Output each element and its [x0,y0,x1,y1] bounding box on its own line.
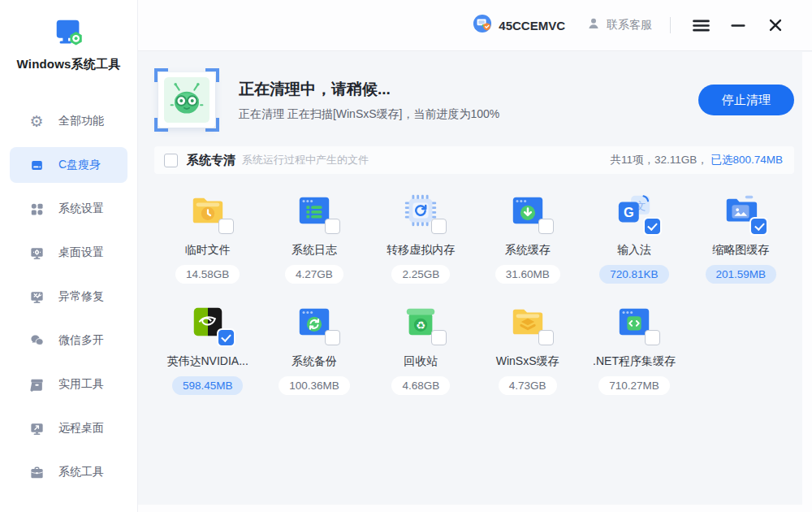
sidebar-item-label: 全部功能 [58,114,104,128]
stop-cleaning-button[interactable]: 停止清理 [698,85,794,115]
cleanup-item[interactable]: .NET程序集缓存 710.27MB [581,297,687,395]
sidebar-item-2[interactable]: 系统设置 [10,191,127,227]
sidebar-item-6[interactable]: 实用工具 [10,367,127,402]
sidebar-item-icon [28,375,45,393]
sidebar-item-icon [28,156,45,174]
cleanup-item-name: 转移虚拟内存 [368,243,474,258]
sidebar-nav: ⚙ 全部功能 C盘瘦身 系统设置 桌面设置 异常修复 微信多开 实用工具 远程桌… [0,103,137,490]
cleanup-item-checkbox[interactable] [431,219,447,234]
sidebar-item-4[interactable]: 异常修复 [10,279,127,315]
sidebar-item-label: 微信多开 [58,333,104,348]
menu-button[interactable] [689,13,713,37]
section-stats: 共11项，32.11GB， 已选800.74MB [610,153,783,167]
svg-text:♻: ♻ [416,319,425,332]
select-all-checkbox[interactable] [164,154,178,167]
sidebar-item-icon [28,419,45,437]
app-logo: Windows系统工具 [0,0,137,72]
cleanup-item-checkbox[interactable] [538,330,554,345]
contact-support-button[interactable]: 联系客服 [586,16,652,34]
sidebar-item-icon [28,463,45,481]
cleanup-item-checkbox[interactable] [218,219,234,234]
cleanup-item-checkbox[interactable] [538,219,554,234]
cleanup-item-size: 4.73GB [499,376,557,395]
sidebar-item-7[interactable]: 远程桌面 [10,410,127,446]
cleanup-item-name: 回收站 [368,354,474,369]
content: 正在清理中，请稍候... 正在清理 正在扫描[WinSxS缓存]，当前进度为10… [138,51,812,512]
app-title: Windows系统工具 [0,57,137,72]
cleanup-item[interactable]: 文G 输入法 720.81KB [581,185,687,284]
cleanup-item[interactable]: 英伟达NVIDIA... 598.45MB [154,297,261,395]
cleanup-item-name: 系统备份 [261,354,367,369]
cleanup-item[interactable]: 系统缓存 31.60MB [474,185,581,284]
cleanup-item-checkbox[interactable] [751,219,767,234]
sidebar-item-label: 桌面设置 [58,245,104,260]
account-badge[interactable]: 45CCEMVC [473,14,565,37]
sidebar-item-5[interactable]: 微信多开 [10,323,127,358]
robot-scan-icon [154,68,219,132]
sidebar-item-label: 系统设置 [58,202,104,216]
sidebar-item-label: 实用工具 [58,377,104,392]
cleanup-item-icon-wrap [722,192,759,232]
scrollbar-track[interactable] [802,52,812,512]
cleanup-item-checkbox[interactable] [431,330,447,345]
cleanup-item-checkbox[interactable] [325,219,340,234]
cleanup-item-size: 14.58GB [175,265,240,284]
cleanup-item[interactable]: 系统备份 100.36MB [261,297,367,395]
cleanup-item[interactable]: ♻ 回收站 4.68GB [368,297,474,395]
cleanup-item-name: 系统缓存 [474,243,581,258]
cleanup-item-size: 710.27MB [598,376,670,395]
cleanup-item[interactable]: 转移虚拟内存 2.25GB [368,185,474,284]
sidebar-item-label: 系统工具 [58,465,104,479]
cleanup-item-size: 4.27GB [285,265,343,284]
cleanup-item-icon-wrap: ♻ [402,303,439,344]
sidebar-item-label: 远程桌面 [58,421,104,436]
cleanup-item[interactable]: 临时文件 14.58GB [154,185,261,284]
account-id: 45CCEMVC [499,19,565,33]
cleanup-items-grid: 临时文件 14.58GB 系统日志 4.27GB 转移虚拟内存 2.25GB 系… [154,185,794,395]
cleanup-item-name: 英伟达NVIDIA... [154,354,261,369]
minimize-button[interactable] [726,13,750,37]
cleanup-item-icon-wrap [615,303,653,344]
account-shield-icon [473,14,492,37]
cleanup-item-name: WinSxS缓存 [474,354,581,369]
cleaning-status-detail: 正在清理 正在扫描[WinSxS缓存]，当前进度为100% [239,107,499,122]
sidebar-item-0[interactable]: ⚙ 全部功能 [10,103,127,139]
cleanup-item-checkbox[interactable] [645,330,660,345]
sidebar-item-label: 异常修复 [58,289,104,304]
sidebar-item-1[interactable]: C盘瘦身 [10,147,127,183]
svg-text:G: G [624,205,634,219]
section-description: 系统运行过程中产生的文件 [242,153,369,167]
selected-size: 已选800.74MB [710,154,783,166]
cleanup-item-name: 输入法 [581,243,687,258]
cleanup-item[interactable]: 缩略图缓存 201.59MB [688,185,794,284]
sidebar-item-icon [28,332,45,349]
robot-icon [158,72,215,128]
cleanup-item[interactable]: WinSxS缓存 4.73GB [474,297,581,395]
cleanup-item-size: 598.45MB [172,376,244,395]
cleanup-item-size: 720.81KB [599,265,668,284]
cleanup-item-checkbox[interactable] [218,330,234,345]
cleanup-item-name: 系统日志 [261,243,367,258]
sidebar-item-3[interactable]: 桌面设置 [10,235,127,271]
sidebar-item-icon: ⚙ [28,112,45,130]
topbar-divider [670,17,671,33]
cleanup-item[interactable]: 系统日志 4.27GB [261,185,367,284]
cleanup-item-icon-wrap [189,303,227,344]
status-texts: 正在清理中，请稍候... 正在清理 正在扫描[WinSxS缓存]，当前进度为10… [239,79,499,122]
cleanup-item-icon-wrap [402,192,439,232]
close-button[interactable] [763,13,788,37]
cleanup-item-icon-wrap: 文G [615,192,653,232]
main-area: 45CCEMVC 联系客服 [138,0,812,512]
app-logo-icon [52,16,86,54]
cleanup-item-checkbox[interactable] [645,219,660,234]
section-header: 系统专清 系统运行过程中产生的文件 共11项，32.11GB， 已选800.74… [154,146,794,174]
cleanup-item-size: 2.25GB [391,265,450,284]
sidebar-item-8[interactable]: 系统工具 [10,454,127,490]
cleanup-item-name: 临时文件 [154,243,261,258]
cleanup-item-icon-wrap [509,303,546,344]
cleanup-item-checkbox[interactable] [325,330,340,345]
cleanup-item-name: .NET程序集缓存 [581,354,687,369]
section-summary: 共11项，32.11GB， [610,154,707,166]
section-title: 系统专清 [187,153,235,168]
sidebar-item-icon [28,288,45,306]
